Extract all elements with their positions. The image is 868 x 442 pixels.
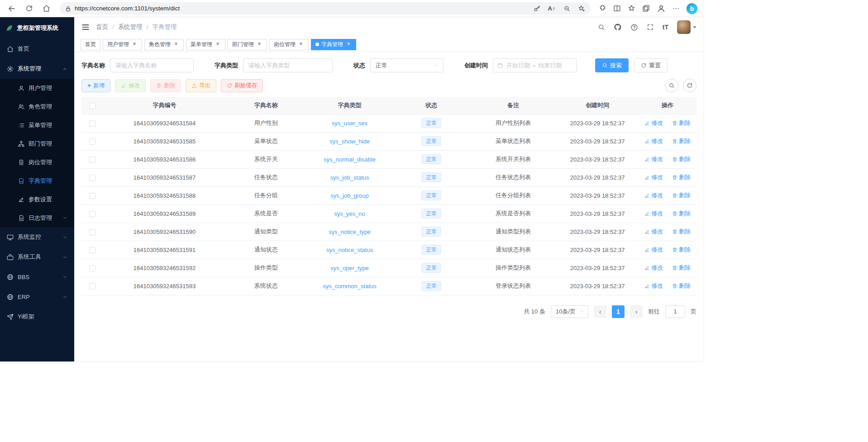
sidebar-item-system-monitor[interactable]: 系统监控 bbox=[0, 227, 74, 247]
table-row[interactable]: 1641030593246531589 系统是否 sys_yes_no 正常 系… bbox=[81, 204, 696, 223]
dict-type-link[interactable]: sys_yes_no bbox=[334, 210, 365, 217]
table-row[interactable]: 1641030593246531585 菜单状态 sys_show_hide 正… bbox=[81, 132, 696, 150]
header-search-icon[interactable] bbox=[598, 24, 605, 31]
sidebar-item-home[interactable]: 首页 bbox=[0, 39, 74, 59]
tab-close-icon[interactable]: × bbox=[131, 41, 138, 48]
row-checkbox[interactable] bbox=[89, 247, 95, 253]
status-select[interactable]: 正常 bbox=[370, 58, 444, 72]
back-icon[interactable] bbox=[5, 2, 19, 15]
row-delete-button[interactable]: 删除 bbox=[672, 137, 691, 145]
refresh-page-icon[interactable] bbox=[22, 2, 36, 15]
sidebar-item-post-management[interactable]: 岗位管理 bbox=[0, 153, 74, 171]
tab-close-icon[interactable]: × bbox=[256, 41, 262, 48]
browser-more-icon[interactable]: ⋯ bbox=[672, 5, 680, 13]
export-button[interactable]: 导出 bbox=[186, 79, 216, 92]
add-favorite-icon[interactable] bbox=[578, 5, 585, 12]
tab-字典管理[interactable]: 字典管理× bbox=[311, 39, 356, 50]
sidebar-item-parameter-settings[interactable]: 参数设置 bbox=[0, 190, 74, 209]
row-delete-button[interactable]: 删除 bbox=[672, 209, 691, 218]
font-size-icon[interactable]: tT bbox=[663, 24, 668, 31]
page-1-button[interactable]: 1 bbox=[612, 305, 625, 318]
table-row[interactable]: 1641030593246531588 任务分组 sys_job_group 正… bbox=[81, 186, 696, 204]
row-delete-button[interactable]: 删除 bbox=[672, 173, 691, 181]
prev-page-button[interactable]: ‹ bbox=[594, 305, 606, 318]
refresh-cache-button[interactable]: 刷新缓存 bbox=[221, 79, 263, 92]
dict-type-link[interactable]: sys_show_hide bbox=[329, 138, 370, 145]
tab-菜单管理[interactable]: 菜单管理× bbox=[186, 39, 225, 50]
tab-close-icon[interactable]: × bbox=[173, 41, 179, 48]
sidebar-item-erp[interactable]: ERP bbox=[0, 287, 74, 307]
dict-type-link[interactable]: sys_job_status bbox=[330, 174, 369, 181]
dict-type-link[interactable]: sys_notice_type bbox=[329, 228, 371, 235]
github-icon[interactable] bbox=[614, 23, 622, 31]
favorites-bar-icon[interactable] bbox=[628, 5, 635, 12]
site-lock-icon[interactable] bbox=[65, 5, 71, 12]
dict-type-link[interactable]: sys_common_status bbox=[323, 283, 377, 290]
search-button[interactable]: 搜索 bbox=[595, 58, 629, 72]
row-edit-button[interactable]: 修改 bbox=[644, 119, 663, 127]
sidebar-item-dict-management[interactable]: 字典管理 bbox=[0, 171, 74, 190]
row-checkbox[interactable] bbox=[89, 229, 95, 235]
sidebar-item-bbs[interactable]: BBS bbox=[0, 267, 74, 287]
row-checkbox[interactable] bbox=[89, 265, 95, 271]
split-screen-icon[interactable] bbox=[613, 5, 621, 12]
breadcrumb-system[interactable]: 系统管理 bbox=[118, 23, 143, 31]
row-delete-button[interactable]: 删除 bbox=[672, 191, 691, 200]
extensions-icon[interactable] bbox=[599, 5, 606, 12]
row-checkbox[interactable] bbox=[89, 193, 95, 199]
refresh-table-button[interactable] bbox=[683, 79, 696, 92]
row-checkbox[interactable] bbox=[89, 138, 95, 145]
tab-部门管理[interactable]: 部门管理× bbox=[228, 39, 267, 50]
table-row[interactable]: 1641030593246531587 任务状态 sys_job_status … bbox=[81, 168, 696, 186]
row-edit-button[interactable]: 修改 bbox=[644, 137, 663, 145]
sidebar-item-log-management[interactable]: 日志管理 bbox=[0, 209, 74, 227]
row-checkbox[interactable] bbox=[89, 120, 95, 127]
dict-name-input[interactable] bbox=[110, 58, 194, 72]
breadcrumb-home[interactable]: 首页 bbox=[96, 23, 108, 31]
row-checkbox[interactable] bbox=[89, 283, 95, 290]
row-edit-button[interactable]: 修改 bbox=[644, 264, 663, 272]
sidebar-item-role-management[interactable]: 角色管理 bbox=[0, 97, 74, 116]
bing-discover-icon[interactable]: b bbox=[687, 3, 697, 14]
dict-type-link[interactable]: sys_job_group bbox=[330, 192, 369, 199]
dict-type-link[interactable]: sys_normal_disable bbox=[324, 156, 376, 163]
browser-home-icon[interactable] bbox=[39, 2, 53, 15]
edit-button[interactable]: 修改 bbox=[115, 79, 146, 92]
row-checkbox[interactable] bbox=[89, 211, 95, 217]
page-size-select[interactable]: 10条/页 bbox=[551, 305, 588, 318]
add-button[interactable]: +新增 bbox=[81, 79, 110, 92]
table-row[interactable]: 1641030593246531586 系统开关 sys_normal_disa… bbox=[81, 150, 696, 168]
dict-type-link[interactable]: sys_notice_status bbox=[326, 247, 373, 253]
table-row[interactable]: 1641030593246531593 系统状态 sys_common_stat… bbox=[81, 277, 696, 295]
password-key-icon[interactable] bbox=[534, 5, 541, 12]
tab-角色管理[interactable]: 角色管理× bbox=[144, 39, 184, 50]
tab-close-icon[interactable]: × bbox=[345, 41, 352, 48]
zoom-out-icon[interactable] bbox=[563, 5, 571, 12]
dict-type-input[interactable] bbox=[243, 58, 333, 72]
row-delete-button[interactable]: 删除 bbox=[672, 264, 691, 272]
row-delete-button[interactable]: 删除 bbox=[672, 282, 691, 290]
address-bar[interactable]: https://ccnetcore.com:1101/system/dict A bbox=[60, 2, 591, 14]
row-edit-button[interactable]: 修改 bbox=[644, 173, 663, 181]
row-edit-button[interactable]: 修改 bbox=[644, 246, 663, 254]
date-range-input[interactable]: 开始日期 - 结束日期 bbox=[493, 58, 577, 72]
delete-button[interactable]: 删除 bbox=[150, 79, 181, 92]
collections-icon[interactable] bbox=[642, 5, 650, 12]
sidebar-item-system-management[interactable]: 系统管理 bbox=[0, 59, 74, 79]
row-edit-button[interactable]: 修改 bbox=[644, 282, 663, 290]
row-edit-button[interactable]: 修改 bbox=[644, 228, 663, 236]
user-menu[interactable] bbox=[677, 20, 696, 34]
dict-type-link[interactable]: sys_user_sex bbox=[332, 120, 367, 127]
avatar[interactable] bbox=[677, 20, 691, 34]
table-row[interactable]: 1641030593246531590 通知类型 sys_notice_type… bbox=[81, 223, 696, 241]
sidebar-item-yi-framework[interactable]: Yi框架 bbox=[0, 307, 74, 327]
help-icon[interactable] bbox=[630, 24, 638, 31]
sidebar-item-department-management[interactable]: 部门管理 bbox=[0, 134, 74, 153]
table-row[interactable]: 1641030593246531591 通知状态 sys_notice_stat… bbox=[81, 241, 696, 259]
browser-profile-icon[interactable] bbox=[657, 4, 666, 13]
tab-用户管理[interactable]: 用户管理× bbox=[103, 39, 142, 50]
row-edit-button[interactable]: 修改 bbox=[644, 191, 663, 200]
tab-首页[interactable]: 首页 bbox=[81, 39, 100, 50]
row-checkbox[interactable] bbox=[89, 175, 95, 181]
row-delete-button[interactable]: 删除 bbox=[672, 246, 691, 254]
